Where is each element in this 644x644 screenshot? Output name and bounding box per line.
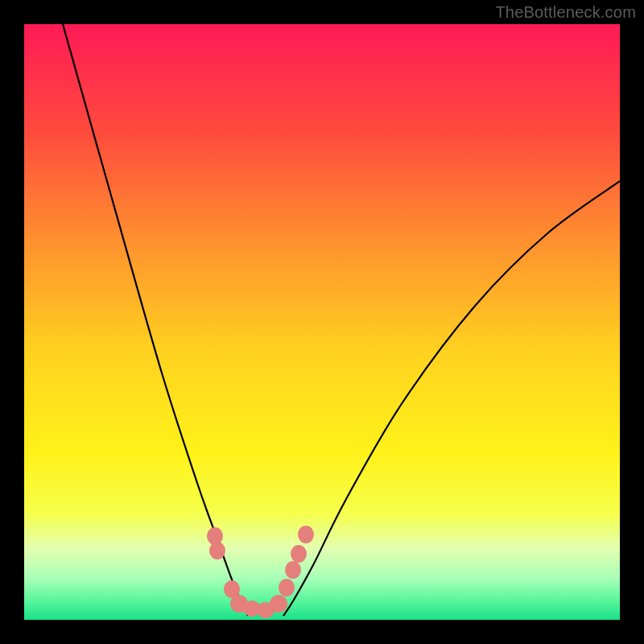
chart-frame: TheBottleneck.com	[0, 0, 644, 644]
curve-left	[63, 24, 248, 616]
bottom-markers	[207, 526, 314, 618]
curve-right	[283, 181, 620, 616]
marker-point	[291, 545, 307, 563]
marker-point	[270, 595, 287, 613]
watermark-text: TheBottleneck.com	[495, 3, 636, 22]
curve-layer	[24, 24, 620, 620]
marker-point	[279, 579, 295, 597]
marker-point	[298, 526, 314, 543]
marker-point	[209, 542, 225, 559]
plot-area	[24, 24, 620, 620]
marker-point	[285, 561, 301, 579]
